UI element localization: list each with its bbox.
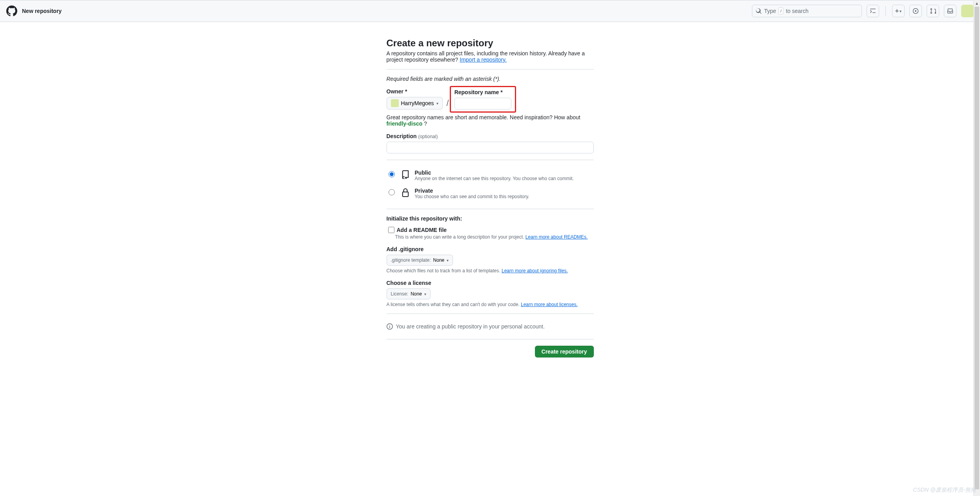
visibility-private-row[interactable]: Private You choose who can see and commi… — [387, 184, 594, 202]
page-subtitle: A repository contains all project files,… — [387, 50, 594, 63]
scroll-thumb[interactable] — [975, 7, 979, 389]
search-input[interactable]: Type / to search — [752, 5, 862, 17]
repository-name-label: Repository name * — [454, 89, 511, 95]
readme-checkbox[interactable] — [388, 227, 394, 233]
main-content: Create a new repository A repository con… — [383, 38, 597, 357]
readme-learn-more-link[interactable]: Learn more about READMEs. — [526, 234, 588, 240]
divider — [387, 339, 594, 339]
repository-name-input[interactable] — [454, 98, 511, 109]
create-new-button[interactable]: + ▾ — [892, 5, 905, 17]
visibility-public-row[interactable]: Public Anyone on the internet can see th… — [387, 166, 594, 184]
divider — [885, 6, 886, 16]
scrollbar[interactable]: ▲ — [973, 0, 980, 389]
public-radio[interactable] — [389, 171, 395, 177]
suggested-name-link[interactable]: friendly-disco — [387, 120, 423, 127]
pull-requests-button[interactable] — [927, 5, 939, 17]
issues-button[interactable] — [909, 5, 922, 17]
private-radio[interactable] — [389, 189, 395, 195]
initialize-label: Initialize this repository with: — [387, 215, 594, 222]
lock-icon — [401, 188, 410, 197]
required-fields-note: Required fields are marked with an aster… — [387, 76, 594, 82]
gitignore-learn-more-link[interactable]: Learn more about ignoring files. — [502, 268, 568, 274]
plus-icon: + — [895, 7, 899, 15]
issue-icon — [912, 8, 919, 14]
info-message: You are creating a public repository in … — [387, 320, 594, 333]
name-suggestion-text: Great repository names are short and mem… — [387, 114, 594, 127]
import-repository-link[interactable]: Import a repository. — [460, 57, 507, 63]
caret-down-icon: ▾ — [436, 101, 438, 106]
gitignore-select[interactable]: .gitignore template: None ▾ — [387, 255, 453, 266]
create-repository-button[interactable]: Create repository — [535, 346, 594, 357]
user-avatar[interactable] — [961, 5, 974, 17]
owner-select[interactable]: HarryMegoes ▾ — [387, 97, 443, 109]
command-palette-button[interactable] — [867, 5, 879, 17]
caret-down-icon: ▾ — [900, 9, 902, 13]
owner-avatar-icon — [391, 99, 399, 107]
scroll-up-icon[interactable]: ▲ — [974, 0, 980, 7]
divider — [387, 69, 594, 69]
owner-label: Owner * — [387, 88, 443, 95]
github-logo-icon[interactable] — [6, 5, 17, 16]
page-title: Create a new repository — [387, 38, 594, 49]
license-learn-more-link[interactable]: Learn more about licenses. — [521, 302, 578, 307]
license-select[interactable]: License: None ▾ — [387, 288, 431, 299]
svg-point-1 — [915, 10, 916, 12]
inbox-icon — [947, 8, 953, 14]
gitignore-label: Add .gitignore — [387, 246, 594, 252]
terminal-icon — [870, 8, 876, 14]
info-icon — [387, 323, 393, 330]
search-icon — [756, 8, 762, 14]
divider — [387, 314, 594, 314]
readme-row: Add a README file This is where you can … — [387, 224, 594, 240]
license-label: Choose a license — [387, 280, 594, 286]
pull-request-icon — [930, 8, 936, 14]
caret-down-icon: ▾ — [424, 292, 426, 296]
top-bar: New repository Type / to search + ▾ — [0, 0, 980, 22]
divider — [387, 160, 594, 160]
slash-key-icon: / — [778, 7, 783, 15]
notifications-button[interactable] — [944, 5, 956, 17]
description-label: Description (optional) — [387, 133, 594, 139]
repository-name-group: Repository name * — [453, 89, 513, 109]
page-context-label: New repository — [22, 8, 62, 14]
path-separator: / — [446, 97, 450, 109]
caret-down-icon: ▾ — [447, 258, 449, 263]
owner-group: Owner * HarryMegoes ▾ — [387, 88, 443, 109]
description-input[interactable] — [387, 142, 594, 153]
divider — [387, 209, 594, 209]
repo-icon — [401, 170, 410, 179]
